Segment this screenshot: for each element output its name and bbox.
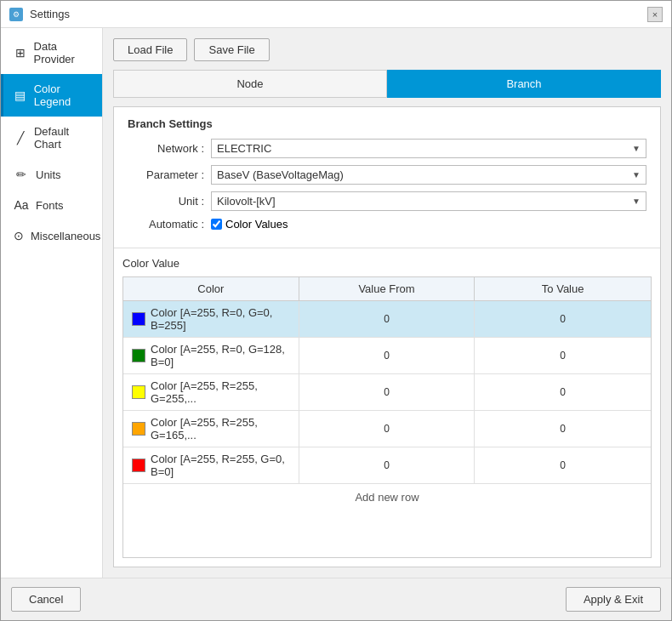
title-bar: ⚙ Settings × xyxy=(1,1,671,28)
sidebar-label-misc: Miscellaneous xyxy=(31,230,100,242)
color-cell-swatch: Color [A=255, R=255, G=165,... xyxy=(123,411,299,447)
color-value-section: Color Value Color Value From To Value Co… xyxy=(114,248,660,567)
color-legend-icon: ▤ xyxy=(14,88,27,102)
parameter-value: BaseV (BaseVoltageMag) xyxy=(217,168,344,181)
automatic-checkbox[interactable] xyxy=(211,219,222,230)
sidebar-label-fonts: Fonts xyxy=(36,199,64,212)
network-arrow-icon: ▼ xyxy=(632,144,641,153)
bottom-bar: Cancel Apply & Exit xyxy=(1,578,671,620)
units-icon: ✏ xyxy=(14,168,29,181)
sidebar-label-color-legend: Color Legend xyxy=(34,83,92,108)
color-cell-to: 0 xyxy=(475,301,651,337)
color-table-header: Color Value From To Value xyxy=(123,277,651,301)
parameter-arrow-icon: ▼ xyxy=(632,170,641,179)
fonts-icon: Aa xyxy=(14,198,29,212)
automatic-label: Automatic : xyxy=(128,218,204,231)
sidebar-item-data-provider[interactable]: ⊞ Data Provider xyxy=(1,31,102,74)
tab-node[interactable]: Node xyxy=(113,70,387,98)
settings-window: ⚙ Settings × ⊞ Data Provider ▤ Color Leg… xyxy=(0,0,672,621)
color-cell-swatch: Color [A=255, R=0, G=0, B=255] xyxy=(123,301,299,337)
color-cell-to: 0 xyxy=(475,411,651,447)
color-cell-to: 0 xyxy=(475,447,651,483)
sidebar-label-default-chart: Default Chart xyxy=(34,125,92,151)
unit-label: Unit : xyxy=(128,195,204,208)
color-cell-to: 0 xyxy=(475,338,651,373)
color-label: Color [A=255, R=0, G=128, B=0] xyxy=(151,343,290,368)
color-swatch xyxy=(132,459,145,472)
cancel-button[interactable]: Cancel xyxy=(11,587,81,612)
sidebar-label-data-provider: Data Provider xyxy=(34,40,92,66)
automatic-text: Color Values xyxy=(225,218,288,231)
network-dropdown[interactable]: ELECTRIC ▼ xyxy=(211,139,646,158)
parameter-dropdown[interactable]: BaseV (BaseVoltageMag) ▼ xyxy=(211,165,646,185)
unit-field-row: Unit : Kilovolt-[kV] ▼ xyxy=(128,191,646,211)
toolbar: Load File Save File xyxy=(113,38,661,61)
col-header-value-from: Value From xyxy=(299,277,476,300)
color-row[interactable]: Color [A=255, R=0, G=0, B=255] 0 0 xyxy=(123,301,651,338)
sidebar-item-color-legend[interactable]: ▤ Color Legend xyxy=(1,74,102,117)
default-chart-icon: ╱ xyxy=(14,131,27,145)
unit-value: Kilovolt-[kV] xyxy=(217,195,276,208)
color-swatch xyxy=(132,422,145,436)
color-row[interactable]: Color [A=255, R=0, G=128, B=0] 0 0 xyxy=(123,338,651,374)
network-field-row: Network : ELECTRIC ▼ xyxy=(128,139,646,158)
network-value: ELECTRIC xyxy=(217,142,271,155)
color-cell-swatch: Color [A=255, R=255, G=0, B=0] xyxy=(123,447,299,483)
automatic-field-row: Automatic : Color Values xyxy=(128,218,646,231)
load-file-button[interactable]: Load File xyxy=(113,38,187,61)
data-provider-icon: ⊞ xyxy=(14,46,27,60)
color-swatch xyxy=(132,349,145,362)
sidebar: ⊞ Data Provider ▤ Color Legend ╱ Default… xyxy=(1,28,103,578)
sidebar-label-units: Units xyxy=(36,168,61,181)
window-title: Settings xyxy=(30,8,70,20)
col-header-color: Color xyxy=(123,277,299,300)
close-button[interactable]: × xyxy=(647,7,663,22)
apply-exit-button[interactable]: Apply & Exit xyxy=(566,587,661,612)
unit-arrow-icon: ▼ xyxy=(632,197,641,206)
main-content: ⊞ Data Provider ▤ Color Legend ╱ Default… xyxy=(1,28,671,578)
tab-branch[interactable]: Branch xyxy=(387,70,661,98)
color-label: Color [A=255, R=0, G=0, B=255] xyxy=(151,306,290,332)
color-cell-from: 0 xyxy=(299,338,476,373)
branch-settings-title: Branch Settings xyxy=(128,117,646,130)
color-row[interactable]: Color [A=255, R=255, G=165,... 0 0 xyxy=(123,411,651,447)
misc-icon: ⊙ xyxy=(14,229,24,242)
color-cell-swatch: Color [A=255, R=0, G=128, B=0] xyxy=(123,338,299,373)
parameter-field-row: Parameter : BaseV (BaseVoltageMag) ▼ xyxy=(128,165,646,185)
color-cell-from: 0 xyxy=(299,411,476,447)
color-table: Color Value From To Value Color [A=255, … xyxy=(122,276,652,558)
color-cell-from: 0 xyxy=(299,447,476,483)
color-cell-from: 0 xyxy=(299,301,476,337)
color-row[interactable]: Color [A=255, R=255, G=0, B=0] 0 0 xyxy=(123,447,651,484)
color-label: Color [A=255, R=255, G=0, B=0] xyxy=(151,453,290,478)
color-label: Color [A=255, R=255, G=165,... xyxy=(151,416,290,442)
branch-settings: Branch Settings Network : ELECTRIC ▼ Par… xyxy=(114,107,660,248)
window-icon: ⚙ xyxy=(9,8,23,21)
unit-dropdown[interactable]: Kilovolt-[kV] ▼ xyxy=(211,191,646,211)
color-cell-from: 0 xyxy=(299,374,476,410)
title-bar-left: ⚙ Settings xyxy=(9,8,70,21)
sidebar-item-units[interactable]: ✏ Units xyxy=(1,159,102,190)
sidebar-item-miscellaneous[interactable]: ⊙ Miscellaneous xyxy=(1,220,102,251)
tab-bar: Node Branch xyxy=(113,70,661,98)
color-swatch xyxy=(132,385,145,399)
color-label: Color [A=255, R=255, G=255,... xyxy=(151,379,290,405)
color-swatch xyxy=(132,312,145,326)
color-row[interactable]: Color [A=255, R=255, G=255,... 0 0 xyxy=(123,374,651,411)
add-new-row[interactable]: Add new row xyxy=(123,484,651,510)
color-value-title: Color Value xyxy=(122,257,652,270)
sidebar-item-fonts[interactable]: Aa Fonts xyxy=(1,190,102,220)
color-cell-to: 0 xyxy=(475,374,651,410)
save-file-button[interactable]: Save File xyxy=(194,38,269,61)
color-cell-swatch: Color [A=255, R=255, G=255,... xyxy=(123,374,299,410)
automatic-checkbox-wrapper: Color Values xyxy=(211,218,288,231)
content-area: Load File Save File Node Branch Branch S… xyxy=(103,28,671,578)
parameter-label: Parameter : xyxy=(128,168,204,181)
main-panel: Branch Settings Network : ELECTRIC ▼ Par… xyxy=(113,106,661,567)
sidebar-item-default-chart[interactable]: ╱ Default Chart xyxy=(1,117,102,159)
color-rows-container: Color [A=255, R=0, G=0, B=255] 0 0 Color… xyxy=(123,301,651,484)
col-header-to-value: To Value xyxy=(475,277,651,300)
network-label: Network : xyxy=(128,142,204,155)
